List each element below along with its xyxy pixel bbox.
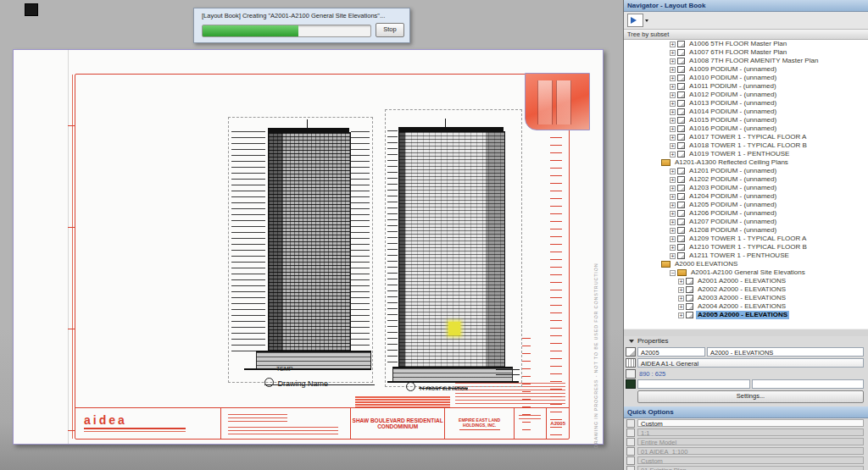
layout-icon [677,151,685,158]
thumbnail-tower [556,80,571,124]
tower-elevation [268,132,351,352]
layout-sheet[interactable]: aidea SHAW BOULEVARD RESIDENTIAL CONDOMI… [13,49,604,445]
navigator-title-bar[interactable]: Navigator - Layout Book [624,0,868,12]
tree-item[interactable]: +A1007 6TH FLOOR Master Plan [624,48,868,57]
expand-icon[interactable]: + [670,50,676,56]
tree-item[interactable]: +A1209 TOWER 1 - TYPICAL FLOOR A [624,235,868,243]
tree-item[interactable]: −A2001-A2100 General Site Elevations [624,268,868,277]
expand-icon[interactable]: + [670,135,676,141]
stop-button[interactable]: Stop [376,23,404,37]
layout-workspace[interactable]: aidea SHAW BOULEVARD RESIDENTIAL CONDOMI… [0,0,623,470]
expand-icon[interactable]: + [678,304,684,310]
quick-options-title-bar[interactable]: Quick Options [624,406,868,418]
tree-item[interactable]: +A1204 PODIUM - (unnamed) [624,192,868,201]
pen-field-2[interactable] [752,379,865,389]
tree-item[interactable]: +A1211 TOWER 1 - PENTHOUSE [624,252,868,260]
properties-header[interactable]: Properties [624,336,868,346]
tree-item[interactable]: +A1019 TOWER 1 - PENTHOUSE [624,150,868,158]
quick-option-field[interactable]: Custom [637,419,864,427]
expand-icon[interactable]: + [670,202,676,208]
drawing-title-left[interactable]: Drawing Name [264,374,328,390]
expand-icon[interactable]: + [670,58,676,64]
expand-icon[interactable]: + [670,169,676,174]
layout-name-field[interactable]: A2000 - ELEVATIONS [707,347,864,357]
expand-icon[interactable]: + [670,143,676,149]
expand-icon[interactable]: + [678,287,684,293]
tree-item[interactable]: +A1205 PODIUM - (unnamed) [624,201,868,209]
expand-icon[interactable]: + [678,279,684,285]
tree-item[interactable]: +A1206 PODIUM - (unnamed) [624,209,868,218]
tree-item[interactable]: +A1015 PODIUM - (unnamed) [624,116,868,124]
expand-icon[interactable]: + [670,75,676,81]
drawing-right-elevation[interactable] [385,109,522,387]
tree-item-label: A1203 PODIUM - (unnamed) [687,184,778,192]
expand-icon[interactable]: + [670,126,676,132]
tree-item[interactable]: +A1013 PODIUM - (unnamed) [624,99,868,108]
tree-by-subset-header[interactable]: Tree by subset [624,30,868,40]
expand-icon[interactable]: + [670,41,676,47]
render-thumbnail[interactable] [525,73,590,130]
tree-item[interactable]: +A1016 PODIUM - (unnamed) [624,124,868,133]
tree-item[interactable]: +A1012 PODIUM - (unnamed) [624,91,868,99]
tree-item[interactable]: A1201-A1300 Reflected Ceiling Plans [624,158,868,167]
tree-item[interactable]: +A2003 A2000 - ELEVATIONS [624,294,868,302]
pen-field-1[interactable] [637,379,750,389]
expand-icon[interactable]: + [670,211,676,217]
expand-icon[interactable]: + [670,228,676,234]
expand-icon[interactable]: + [678,296,684,301]
tree-item[interactable]: +A1203 PODIUM - (unnamed) [624,184,868,192]
expand-icon[interactable]: + [670,92,676,98]
tree-item[interactable]: +A1014 PODIUM - (unnamed) [624,108,868,116]
expand-icon[interactable]: + [670,236,676,242]
property-row-master: AIDEA A1-L General [624,357,868,368]
expand-icon[interactable]: + [670,245,676,251]
drawing-title-right[interactable]: T4 FRONT ELEVATION [406,379,468,394]
tree-item[interactable]: +A1201 PODIUM - (unnamed) [624,167,868,175]
tree-item[interactable]: +A2002 A2000 - ELEVATIONS [624,285,868,294]
layout-id-field[interactable]: A2005 [637,347,705,357]
toolbar-icon[interactable] [25,3,38,16]
expand-icon[interactable]: + [670,84,676,90]
collapse-icon[interactable]: − [670,270,676,276]
expand-icon[interactable]: + [670,152,676,158]
expand-icon[interactable]: + [670,194,676,200]
layout-book-tree[interactable]: +A1006 5TH FLOOR Master Plan+A1007 6TH F… [624,40,868,329]
tree-item[interactable]: +A2005 A2000 - ELEVATIONS [624,311,868,319]
expand-icon[interactable]: + [670,118,676,124]
layout-icon [677,41,685,47]
chevron-down-icon[interactable] [645,19,648,22]
tree-item[interactable]: +A2001 A2000 - ELEVATIONS [624,277,868,285]
project-chooser-icon[interactable] [627,14,643,27]
expand-icon[interactable]: + [670,109,676,115]
panel-resize-handle[interactable] [624,329,868,336]
expand-icon[interactable]: + [670,177,676,183]
tree-item[interactable]: +A1008 7TH FLOOR AMENITY Master Plan [624,57,868,65]
drawing-name-text: T4 FRONT ELEVATION [419,386,467,391]
expand-icon[interactable]: + [670,185,676,191]
tree-item[interactable]: +A2004 A2000 - ELEVATIONS [624,302,868,311]
drawing-name-text: Drawing Name [277,379,328,388]
expand-icon[interactable]: + [670,67,676,73]
tree-item[interactable]: +A1011 PODIUM - (unnamed) [624,82,868,91]
tree-item[interactable]: +A1009 PODIUM - (unnamed) [624,65,868,74]
settings-button[interactable]: Settings... [637,390,864,403]
tree-item[interactable]: +A1010 PODIUM - (unnamed) [624,74,868,82]
tree-item[interactable]: +A1208 PODIUM - (unnamed) [624,226,868,235]
tree-item[interactable]: +A1017 TOWER 1 - TYPICAL FLOOR A [624,133,868,141]
level-ticks [387,130,398,368]
tree-item[interactable]: +A1210 TOWER 1 - TYPICAL FLOOR B [624,243,868,252]
tree-item[interactable]: +A1006 5TH FLOOR Master Plan [624,40,868,48]
drawing-left-elevation[interactable] [228,117,373,383]
tree-item[interactable]: A2000 ELEVATIONS [624,260,868,268]
tree-item-label: A1014 PODIUM - (unnamed) [687,108,778,116]
tree-item[interactable]: +A1202 PODIUM - (unnamed) [624,175,868,184]
antenna-line [307,119,308,128]
expand-icon[interactable]: + [670,253,676,259]
thumbnail-tower [537,80,553,124]
expand-icon[interactable]: + [670,219,676,225]
expand-icon[interactable]: + [670,101,676,107]
tree-item[interactable]: +A1207 PODIUM - (unnamed) [624,218,868,226]
tree-item[interactable]: +A1018 TOWER 1 - TYPICAL FLOOR B [624,141,868,150]
expand-icon[interactable]: + [678,312,684,318]
master-layout-dropdown[interactable]: AIDEA A1-L General [637,358,864,368]
